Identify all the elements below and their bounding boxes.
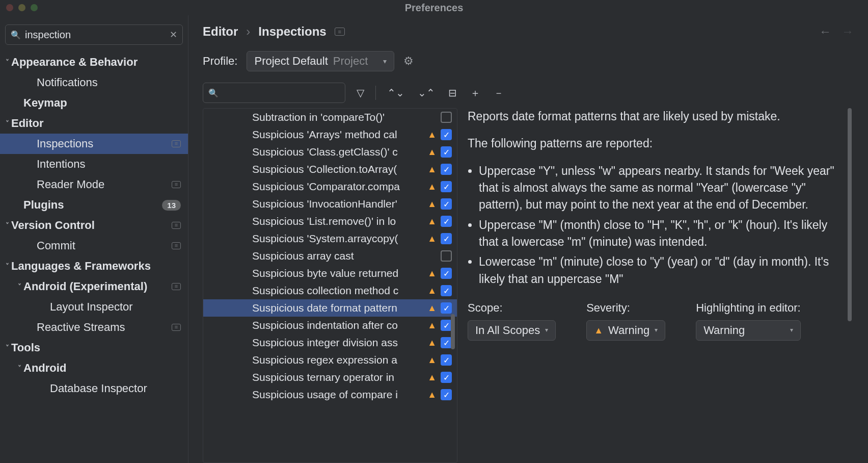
inspection-checkbox[interactable]: ✓ [441, 129, 452, 140]
sidebar-item-label: Android [23, 362, 181, 375]
scrollbar[interactable] [848, 108, 853, 463]
inspection-checkbox[interactable] [441, 112, 452, 123]
sidebar-item[interactable]: Reader Mode [0, 174, 188, 195]
scrollbar[interactable] [451, 109, 456, 462]
breadcrumb-root[interactable]: Editor [203, 24, 238, 39]
clear-icon[interactable]: ✕ [170, 29, 177, 40]
inspection-checkbox[interactable]: ✓ [441, 268, 452, 279]
scope-select[interactable]: In All Scopes ▾ [468, 320, 556, 341]
inspection-row[interactable]: Suspicious array cast [203, 247, 457, 265]
inspection-label: Suspicious 'InvocationHandler' [252, 198, 426, 210]
highlight-select[interactable]: Warning ▾ [696, 320, 800, 341]
sidebar-item[interactable]: Database Inspector [0, 378, 188, 399]
warning-icon: ▲ [427, 199, 437, 210]
expand-arrow-icon: ˅ [3, 58, 11, 66]
inspection-label: Suspicious array cast [252, 250, 427, 262]
severity-select[interactable]: ▲ Warning ▾ [586, 320, 665, 341]
sidebar-item[interactable]: Notifications [0, 72, 188, 93]
inspection-checkbox[interactable]: ✓ [441, 302, 452, 314]
sidebar-item[interactable]: Reactive Streams [0, 317, 188, 338]
inspection-row[interactable]: Suspicious 'List.remove()' in lo▲✓ [203, 213, 457, 230]
search-icon: 🔍 [208, 88, 219, 98]
inspection-checkbox[interactable]: ✓ [441, 320, 452, 331]
inspection-row[interactable]: Suspicious collection method c▲✓ [203, 282, 457, 299]
inspection-row[interactable]: Suspicious date format pattern▲✓ [203, 299, 457, 317]
inspection-row[interactable]: Suspicious 'Comparator.compa▲✓ [203, 178, 457, 195]
inspection-checkbox[interactable]: ✓ [441, 233, 452, 244]
sidebar-item[interactable]: ˅Languages & Frameworks [0, 256, 188, 276]
inspection-label: Suspicious byte value returned [252, 267, 426, 279]
inspection-row[interactable]: Suspicious 'System.arraycopy(▲✓ [203, 230, 457, 247]
expand-arrow-icon: ˅ [3, 344, 11, 352]
inspection-row[interactable]: Suspicious byte value returned▲✓ [203, 265, 457, 282]
profile-select[interactable]: Project Default Project ▾ [247, 51, 394, 71]
settings-indicator-icon [172, 324, 181, 331]
inspection-row[interactable]: Suspicious 'Class.getClass()' c▲✓ [203, 143, 457, 161]
sidebar-item[interactable]: Inspections [0, 134, 188, 154]
inspection-label: Suspicious ternary operator in [252, 371, 426, 383]
back-button[interactable]: ← [819, 24, 831, 39]
inspection-row[interactable]: Suspicious regex expression a▲✓ [203, 351, 457, 369]
forward-button[interactable]: → [842, 24, 854, 39]
sidebar-item[interactable]: ˅Appearance & Behavior [0, 52, 188, 72]
settings-tree[interactable]: ˅Appearance & BehaviorNotificationsKeyma… [0, 52, 188, 463]
inspection-checkbox[interactable]: ✓ [441, 337, 452, 348]
inspection-row[interactable]: Subtraction in 'compareTo()' [203, 109, 457, 126]
inspection-description: Reports date format patterns that are li… [468, 108, 854, 463]
reset-icon[interactable]: ⊟ [446, 85, 459, 101]
inspection-row[interactable]: Suspicious 'Collection.toArray(▲✓ [203, 161, 457, 178]
sidebar-item[interactable]: Commit [0, 236, 188, 256]
inspection-row[interactable]: Suspicious usage of compare i▲✓ [203, 386, 457, 403]
sidebar-item-label: Commit [37, 239, 169, 252]
collapse-all-icon[interactable]: ⌄⌃ [416, 85, 437, 101]
sidebar-item[interactable]: Layout Inspector [0, 297, 188, 317]
description-item: Lowercase "m" (minute) close to "y" (yea… [479, 253, 849, 288]
inspection-checkbox[interactable]: ✓ [441, 164, 452, 175]
inspections-search-input[interactable] [219, 88, 340, 98]
add-icon[interactable]: ＋ [468, 84, 482, 102]
sidebar-item[interactable]: ˅Android (Experimental) [0, 276, 188, 297]
chevron-down-icon: ▾ [655, 326, 658, 335]
window-close-button[interactable] [6, 4, 13, 11]
inspection-label: Suspicious integer division ass [252, 337, 426, 349]
inspection-checkbox[interactable]: ✓ [441, 146, 452, 158]
sidebar-item[interactable]: Plugins13 [0, 195, 188, 215]
inspection-checkbox[interactable]: ✓ [441, 285, 452, 296]
warning-icon: ▲ [427, 338, 437, 348]
window-minimize-button[interactable] [18, 4, 25, 11]
sidebar-item[interactable]: Intentions [0, 154, 188, 174]
inspection-checkbox[interactable] [441, 250, 452, 262]
inspection-row[interactable]: Suspicious 'InvocationHandler'▲✓ [203, 195, 457, 213]
sidebar-item[interactable]: ˅Tools [0, 338, 188, 358]
inspection-row[interactable]: Suspicious indentation after co▲✓ [203, 317, 457, 334]
settings-indicator-icon [172, 283, 181, 290]
inspection-row[interactable]: Suspicious ternary operator in▲✓ [203, 369, 457, 386]
sidebar-item[interactable]: ˅Version Control [0, 215, 188, 236]
sidebar-item[interactable]: ˅Editor [0, 113, 188, 134]
window-zoom-button[interactable] [31, 4, 38, 11]
gear-icon[interactable]: ⚙ [403, 55, 414, 68]
expand-all-icon[interactable]: ⌃⌄ [385, 85, 406, 101]
filter-icon[interactable]: ▽ [355, 85, 366, 101]
inspection-checkbox[interactable]: ✓ [441, 181, 452, 192]
sidebar-item[interactable]: ˅Android [0, 358, 188, 378]
inspection-row[interactable]: Suspicious 'Arrays' method cal▲✓ [203, 126, 457, 143]
inspection-checkbox[interactable]: ✓ [441, 216, 452, 227]
inspection-label: Suspicious regex expression a [252, 354, 426, 366]
settings-search[interactable]: 🔍 ✕ [5, 24, 183, 45]
inspection-checkbox[interactable]: ✓ [441, 372, 452, 383]
sidebar-item[interactable]: Keymap [0, 93, 188, 113]
inspection-checkbox[interactable]: ✓ [441, 198, 452, 210]
settings-sidebar: 🔍 ✕ ˅Appearance & BehaviorNotificationsK… [0, 15, 188, 463]
inspection-checkbox[interactable]: ✓ [441, 389, 452, 400]
sidebar-item-label: Appearance & Behavior [11, 56, 181, 69]
inspections-list[interactable]: Subtraction in 'compareTo()'Suspicious '… [203, 108, 457, 463]
inspections-search[interactable]: 🔍 [203, 83, 345, 103]
settings-search-input[interactable] [25, 29, 166, 41]
inspection-label: Suspicious 'System.arraycopy( [252, 233, 426, 245]
inspection-row[interactable]: Suspicious integer division ass▲✓ [203, 334, 457, 351]
scrollbar-thumb[interactable] [848, 108, 852, 321]
remove-icon[interactable]: － [492, 84, 506, 102]
inspection-checkbox[interactable]: ✓ [441, 354, 452, 366]
scrollbar-thumb[interactable] [451, 314, 455, 349]
